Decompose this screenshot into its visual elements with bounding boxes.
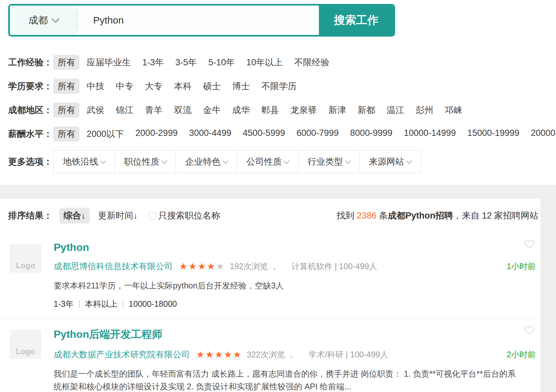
search-button[interactable]: 搜索工作 <box>319 6 393 35</box>
dropdown-label: 行业类型 <box>308 156 343 168</box>
filter-selected-chip[interactable]: 所有 <box>53 103 79 118</box>
chevron-down-icon <box>161 158 167 164</box>
filter-option[interactable]: 本科 <box>174 80 192 92</box>
job-title-link[interactable]: Python后端开发工程师 <box>54 327 162 342</box>
filter-option[interactable]: 3-5年 <box>175 57 197 68</box>
dropdown-cell[interactable]: 来源网站 <box>359 151 420 173</box>
filter-options: 应届毕业生1-3年3-5年5-10年10年以上不限经验 <box>87 57 329 68</box>
filter-option[interactable]: 5-10年 <box>208 57 235 68</box>
filter-option[interactable]: 武侯 <box>87 104 104 116</box>
experience-requirement: 1-3年 <box>54 299 74 309</box>
dropdown-label: 地铁沿线 <box>63 156 98 168</box>
filter-option[interactable]: 邛崃 <box>445 104 462 116</box>
job-card: Logo Python 成都思博信科信息技术有限公司 ★★★★★ 192次浏览 … <box>0 232 540 318</box>
filter-option[interactable]: 10年以上 <box>246 57 283 68</box>
filter-option[interactable]: 成华 <box>232 104 250 116</box>
filter-option[interactable]: 4500-5999 <box>243 128 285 140</box>
results-area: 排序结果： 综合↓ 更新时间↓ 只搜索职位名称 找到 2386 条成都Pytho… <box>0 199 556 392</box>
sort-by-update-time-button[interactable]: 更新时间↓ <box>98 210 138 221</box>
city-select-value: 成都 <box>28 14 48 27</box>
filter-option[interactable]: 不限学历 <box>261 80 297 92</box>
job-title-link[interactable]: Python <box>54 241 89 253</box>
results-content: 排序结果： 综合↓ 更新时间↓ 只搜索职位名称 找到 2386 条成都Pytho… <box>0 199 540 392</box>
filter-option[interactable]: 硕士 <box>203 80 221 92</box>
favorite-heart-icon[interactable] <box>523 324 536 336</box>
city-select[interactable]: 成都 <box>10 6 77 35</box>
filter-label: 薪酬水平： <box>8 128 53 140</box>
filter-option[interactable]: 温江 <box>387 104 404 116</box>
filter-option[interactable]: 3000-4499 <box>189 128 231 140</box>
filter-option[interactable]: 应届毕业生 <box>87 57 131 68</box>
dropdown-cell[interactable]: 公司性质 <box>237 151 298 173</box>
result-count: 2386 <box>357 211 376 220</box>
filter-option[interactable]: 新津 <box>328 104 346 116</box>
industry-size: 学术/科研 | 100-499人 <box>308 349 388 360</box>
filter-option[interactable]: 郫县 <box>261 104 279 116</box>
chevron-down-icon <box>100 158 106 164</box>
dropdown-cell[interactable]: 地铁沿线 <box>54 151 115 173</box>
title-only-checkbox-label[interactable]: 只搜索职位名称 <box>158 210 220 221</box>
filter-option[interactable]: 中专 <box>116 80 133 92</box>
job-meta: 1-3年 | 本科以上 | 10000-18000 <box>54 299 537 309</box>
chevron-down-icon <box>222 158 228 164</box>
title-only-checkbox[interactable] <box>149 212 156 220</box>
filter-options: 2000以下2000-29993000-44994500-59996000-79… <box>87 128 556 140</box>
industry-size: 计算机软件 | 100-499人 <box>291 261 377 272</box>
company-link[interactable]: 成都大数据产业技术研究院有限公司 <box>54 349 190 360</box>
company-row: 成都思博信科信息技术有限公司 ★★★★★ 192次浏览 ， 计算机软件 | 10… <box>54 261 537 272</box>
page-right-gutter <box>540 199 556 392</box>
filter-option[interactable]: 10000-14999 <box>404 128 456 140</box>
filter-option[interactable]: 2000-2999 <box>135 128 178 140</box>
filter-option[interactable]: 金牛 <box>203 104 221 116</box>
section-divider-band <box>0 185 556 199</box>
filter-option[interactable]: 大专 <box>145 80 163 92</box>
sort-composite-button[interactable]: 综合↓ <box>60 208 90 223</box>
company-link[interactable]: 成都思博信科信息技术有限公司 <box>54 261 173 272</box>
filter-row-more-options: 更多选项： 地铁沿线职位性质企业特色公司性质行业类型来源网站 <box>8 150 556 173</box>
summary-unit: 条 <box>376 211 388 220</box>
filter-option[interactable]: 锦江 <box>116 104 133 116</box>
filter-option[interactable]: 龙泉驿 <box>290 104 317 116</box>
filter-option[interactable]: 新都 <box>357 104 375 116</box>
dropdown-cell[interactable]: 职位性质 <box>115 151 176 173</box>
summary-keyword: 成都Python招聘 <box>388 211 453 220</box>
job-description: 要求本科211学历，一年以上实际python后台开发经验，空缺3人 <box>54 279 537 292</box>
view-count: 192次浏览 ， <box>230 261 279 272</box>
dropdown-cell[interactable]: 行业类型 <box>298 151 359 173</box>
view-count: 322次浏览 ， <box>247 349 296 360</box>
filter-option[interactable]: 不限经验 <box>294 57 329 68</box>
filter-option[interactable]: 博士 <box>232 80 250 92</box>
filter-option[interactable]: 15000-19999 <box>467 128 519 140</box>
filter-row-education: 学历要求： 所有 中技中专大专本科硕士博士不限学历 <box>8 79 556 94</box>
salary-range: 10000-18000 <box>129 299 177 309</box>
filter-option[interactable]: 2000以下 <box>87 128 124 140</box>
summary-prefix: 找到 <box>337 211 357 220</box>
result-summary: 找到 2386 条成都Python招聘，来自 12 家招聘网站 <box>337 210 540 221</box>
filter-row-district: 成都地区： 所有 武侯锦江青羊双流金牛成华郫县龙泉驿新津新都温江彭州邛崃 <box>8 103 556 118</box>
job-description: 我们是一个成长型的团队，年轻而富有活力 成长路上，愿有志同道合的你，携手并进 岗… <box>54 368 537 392</box>
filter-option[interactable]: 双流 <box>174 104 192 116</box>
dropdown-cell[interactable]: 企业特色 <box>176 151 237 173</box>
filter-option[interactable]: 8000-9999 <box>350 128 392 140</box>
filter-label: 学历要求： <box>8 80 53 92</box>
filter-option[interactable]: 青羊 <box>145 104 163 116</box>
logo-text: Logo <box>16 261 35 273</box>
filter-option[interactable]: 6000-7999 <box>296 128 339 140</box>
favorite-heart-icon[interactable] <box>523 238 536 250</box>
filter-option[interactable]: 1-3年 <box>142 57 164 68</box>
company-logo-placeholder: Logo <box>10 244 41 273</box>
search-input[interactable] <box>78 6 319 35</box>
filter-selected-chip[interactable]: 所有 <box>53 55 79 70</box>
filter-selected-chip[interactable]: 所有 <box>53 79 79 94</box>
sort-row: 排序结果： 综合↓ 更新时间↓ 只搜索职位名称 找到 2386 条成都Pytho… <box>0 199 540 232</box>
filter-option[interactable]: 20000-29999 <box>531 128 556 140</box>
rating-stars: ★★★★★ <box>179 261 225 272</box>
filter-selected-chip[interactable]: 所有 <box>53 126 79 141</box>
filter-option[interactable]: 中技 <box>87 80 104 92</box>
dropdown-label: 公司性质 <box>247 156 282 168</box>
education-requirement: 本科以上 <box>85 299 117 309</box>
filter-options: 武侯锦江青羊双流金牛成华郫县龙泉驿新津新都温江彭州邛崃 <box>87 104 462 116</box>
chevron-down-icon <box>406 158 412 164</box>
dropdown-label: 来源网站 <box>369 156 404 168</box>
filter-option[interactable]: 彭州 <box>416 104 433 116</box>
